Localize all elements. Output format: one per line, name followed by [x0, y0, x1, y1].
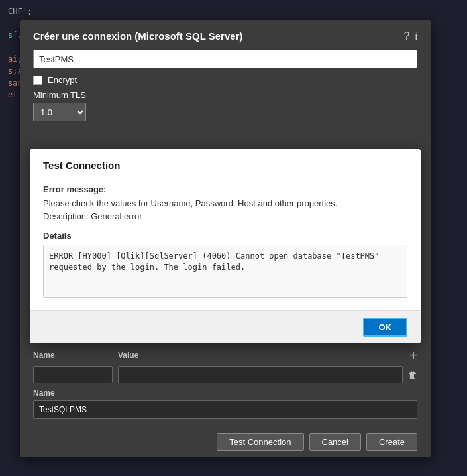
params-section: Name Value + 🗑 Name	[20, 342, 431, 426]
tls-section: Minimum TLS 1.0 1.1 1.2	[20, 90, 431, 128]
details-textarea[interactable]: ERROR [HY000] [Qlik][SqlServer] (4060) C…	[43, 245, 407, 298]
main-dialog: Créer une connexion (Microsoft SQL Serve…	[20, 20, 431, 457]
encrypt-label: Encrypt	[48, 75, 77, 85]
help-icon-button[interactable]: ?	[404, 31, 410, 42]
connection-name-input[interactable]	[33, 50, 417, 68]
create-button[interactable]: Create	[366, 433, 417, 451]
dialog-title: Créer une connexion (Microsoft SQL Serve…	[33, 30, 242, 42]
params-input-row: 🗑	[33, 366, 417, 383]
code-line-1: CHF';	[8, 5, 459, 17]
connection-name-section	[20, 50, 431, 75]
param-value-input[interactable]	[118, 366, 403, 383]
error-line-2: Description: General error	[43, 211, 142, 221]
ok-button[interactable]: OK	[363, 318, 408, 337]
tls-label: Minimum TLS	[33, 90, 417, 100]
add-param-button[interactable]: +	[409, 349, 417, 362]
encrypt-checkbox[interactable]	[33, 76, 42, 85]
test-connection-button[interactable]: Test Connection	[217, 433, 303, 451]
value-col-label: Value	[118, 351, 409, 360]
info-icon-button[interactable]: i	[415, 31, 417, 42]
error-message-label: Error message:	[43, 184, 407, 194]
dialog-bottom: Name Value + 🗑 Name	[20, 342, 431, 457]
name-section-label: Name	[33, 388, 417, 398]
test-modal-title: Test Connection	[43, 160, 120, 171]
params-row-header: Name Value +	[33, 349, 417, 362]
test-modal-footer: OK	[30, 310, 421, 343]
test-connection-modal: Test Connection Error message: Please ch…	[30, 149, 421, 343]
details-label: Details	[43, 231, 407, 241]
param-name-input[interactable]	[33, 366, 113, 383]
name-col-label: Name	[33, 351, 113, 360]
dialog-header: Créer une connexion (Microsoft SQL Serve…	[20, 20, 431, 50]
tls-select[interactable]: 1.0 1.1 1.2	[33, 103, 86, 121]
test-modal-header: Test Connection	[30, 149, 421, 178]
dialog-icons: ? i	[404, 31, 417, 42]
test-modal-body: Error message: Please check the values f…	[30, 178, 421, 310]
cancel-button[interactable]: Cancel	[309, 433, 361, 451]
error-message-text: Please check the values for Username, Pa…	[43, 197, 407, 223]
connection-display-name-input[interactable]	[33, 400, 417, 419]
name-field-section: Name	[33, 388, 417, 419]
dialog-action-bar: Test Connection Cancel Create	[20, 426, 431, 457]
delete-param-button[interactable]: 🗑	[408, 369, 417, 380]
encrypt-row: Encrypt	[20, 75, 431, 90]
error-line-1: Please check the values for Username, Pa…	[43, 198, 337, 208]
